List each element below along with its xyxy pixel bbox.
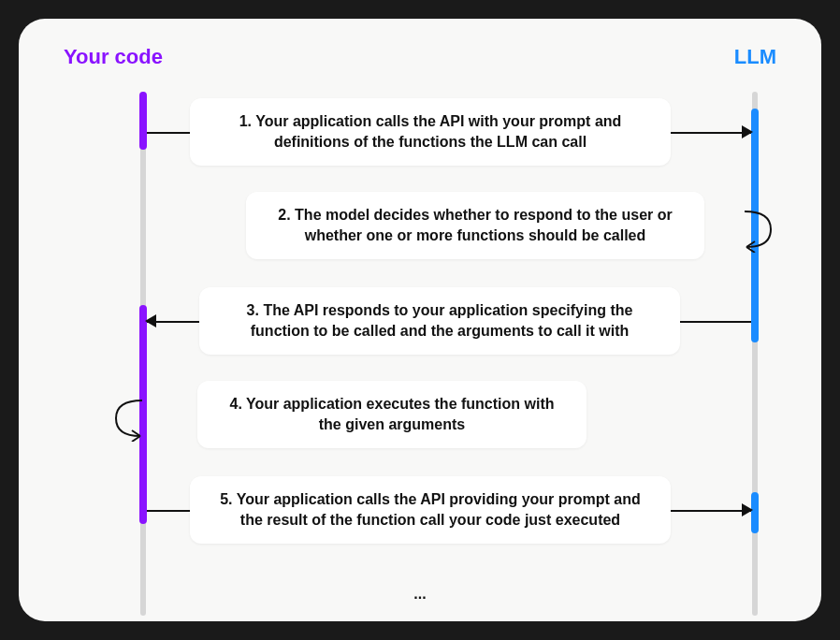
step-box-1: 1. Your application calls the API with y… (190, 98, 671, 167)
arrow-head-3 (145, 314, 156, 327)
step-box-5: 5. Your application calls the API provid… (190, 476, 671, 545)
diagram-card: Your code LLM 1. Your application calls … (19, 19, 821, 621)
step-row-1: 1. Your application calls the API with y… (143, 99, 755, 165)
step-row-3: 3. The API responds to your application … (143, 288, 755, 354)
step-box-2: 2. The model decides whether to respond … (246, 192, 704, 260)
diagram-headers: Your code LLM (64, 45, 776, 69)
self-loop-llm (739, 206, 778, 253)
step-box-3: 3. The API responds to your application … (199, 287, 680, 356)
arrow-head-5 (742, 503, 753, 516)
continuation-ellipsis: ... (413, 586, 426, 603)
step-row-5: 5. Your application calls the API provid… (143, 477, 755, 543)
self-loop-your-code (109, 395, 148, 442)
header-llm: LLM (734, 45, 776, 69)
arrow-head-1 (742, 125, 753, 138)
sequence-diagram: 1. Your application calls the API with y… (64, 92, 776, 616)
step-row-4: 4. Your application executes the functio… (143, 382, 755, 447)
header-your-code: Your code (64, 45, 163, 69)
step-box-4: 4. Your application executes the functio… (197, 381, 587, 449)
step-row-2: 2. The model decides whether to respond … (143, 193, 755, 258)
